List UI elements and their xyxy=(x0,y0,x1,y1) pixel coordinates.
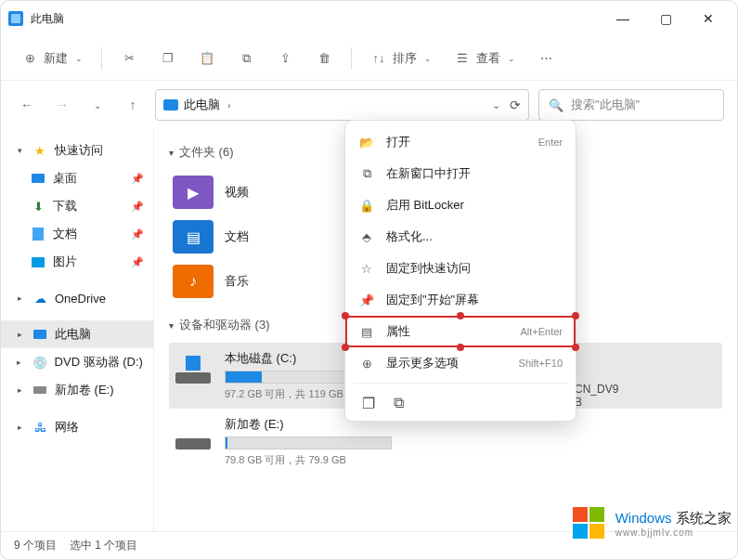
ctx-copy-button[interactable]: ❐ xyxy=(358,393,379,413)
ellipsis-icon: ⋯ xyxy=(537,50,554,67)
star-icon: ★ xyxy=(32,143,47,158)
sidebar-item-documents[interactable]: 文档 📌 xyxy=(1,220,153,248)
refresh-button[interactable]: ⟳ xyxy=(510,98,521,112)
sidebar-item-downloads[interactable]: ⬇ 下载 📌 xyxy=(1,192,153,220)
drive-icon xyxy=(173,416,214,449)
ctx-pin-start[interactable]: 📌 固定到"开始"屏幕 xyxy=(345,284,576,316)
toolbar: ⊕ 新建 ⌄ ✂ ❐ 📋 ⧉ ⇪ 🗑 ↑↓ 排序 ⌄ ☰ 查看 ⌄ ⋯ xyxy=(1,36,737,81)
sidebar-item-label: 文档 xyxy=(53,226,77,242)
search-icon: 🔍 xyxy=(549,98,563,112)
rename-button[interactable]: ⧉ xyxy=(228,45,264,72)
desktop-icon xyxy=(32,174,45,183)
picture-icon xyxy=(32,257,45,267)
search-placeholder: 搜索"此电脑" xyxy=(571,97,640,113)
new-window-icon: ⧉ xyxy=(358,165,375,182)
chevron-right-icon: ▸ xyxy=(14,293,25,303)
folder-label: 文档 xyxy=(225,228,249,245)
sidebar-item-label: 下载 xyxy=(53,198,77,215)
up-button[interactable]: ↑ xyxy=(120,92,146,118)
drive-item-dvd-partial: CN_DV9 B xyxy=(575,383,618,409)
document-icon xyxy=(32,228,44,241)
pin-icon: 📌 xyxy=(131,201,144,213)
forward-button[interactable]: → xyxy=(49,92,75,118)
cut-icon: ✂ xyxy=(121,50,137,67)
more-options-icon: ⊕ xyxy=(358,355,375,371)
ctx-bitlocker[interactable]: 🔒 启用 BitLocker xyxy=(345,189,576,221)
paste-button[interactable]: 📋 xyxy=(189,45,225,72)
sidebar-item-network[interactable]: ▸ 🖧 网络 xyxy=(1,413,153,441)
usage-bar xyxy=(225,436,392,449)
folder-label: 视频 xyxy=(225,184,249,201)
status-selected-count: 选中 1 个项目 xyxy=(70,538,137,553)
ctx-open-new-window[interactable]: ⧉ 在新窗口中打开 xyxy=(345,158,576,189)
copy-button[interactable]: ❐ xyxy=(150,45,186,72)
section-label: 文件夹 (6) xyxy=(179,144,234,161)
separator xyxy=(101,47,102,70)
separator xyxy=(351,47,352,70)
view-label: 查看 xyxy=(476,50,500,67)
cut-button[interactable]: ✂ xyxy=(111,45,147,72)
ctx-open[interactable]: 📂 打开 Enter xyxy=(345,126,576,158)
thispc-icon xyxy=(163,99,178,111)
sidebar-item-dvd[interactable]: ▸ 💿 DVD 驱动器 (D:) CO xyxy=(1,348,153,376)
plus-circle-icon: ⊕ xyxy=(21,50,38,67)
maximize-button[interactable]: ▢ xyxy=(644,1,687,36)
titlebar: 此电脑 — ▢ ✕ xyxy=(1,1,737,36)
sidebar-item-label: 桌面 xyxy=(53,170,77,187)
lock-icon: 🔒 xyxy=(358,197,375,214)
share-button[interactable]: ⇪ xyxy=(267,45,303,72)
ctx-rename-button[interactable]: ⧉ xyxy=(388,393,408,413)
address-dropdown-icon[interactable]: ⌄ xyxy=(492,99,500,111)
ctx-pin-quick[interactable]: ☆ 固定到快速访问 xyxy=(345,253,576,284)
delete-button[interactable]: 🗑 xyxy=(306,45,342,72)
recent-locations-button[interactable]: ⌄ xyxy=(84,92,110,118)
windows-logo-icon xyxy=(571,505,608,542)
new-button[interactable]: ⊕ 新建 ⌄ xyxy=(12,45,92,72)
sort-button[interactable]: ↑↓ 排序 ⌄ xyxy=(361,45,441,72)
view-icon: ☰ xyxy=(454,50,471,67)
thispc-icon xyxy=(8,11,23,26)
document-folder-icon: ▤ xyxy=(173,220,214,254)
folder-label: 音乐 xyxy=(225,273,249,290)
format-icon: ⬘ xyxy=(358,228,375,245)
rename-icon: ⧉ xyxy=(238,50,254,67)
ctx-format[interactable]: ⬘ 格式化... xyxy=(345,221,576,253)
pin-icon: 📌 xyxy=(131,228,144,241)
sidebar-item-thispc[interactable]: ▸ 此电脑 xyxy=(1,320,153,348)
new-label: 新建 xyxy=(44,50,68,67)
sidebar: ▾ ★ 快速访问 桌面 📌 ⬇ 下载 📌 文档 📌 图片 xyxy=(1,129,154,531)
close-button[interactable]: ✕ xyxy=(687,1,730,36)
sidebar-item-quick-access[interactable]: ▾ ★ 快速访问 xyxy=(1,137,153,164)
star-outline-icon: ☆ xyxy=(358,260,375,277)
window-title: 此电脑 xyxy=(31,11,602,27)
sidebar-item-onedrive[interactable]: ▸ ☁ OneDrive xyxy=(1,285,153,311)
sidebar-item-newvol[interactable]: ▸ 新加卷 (E:) xyxy=(1,376,153,404)
sidebar-item-desktop[interactable]: 桌面 📌 xyxy=(1,164,153,192)
disc-icon: 💿 xyxy=(32,355,47,370)
sort-label: 排序 xyxy=(393,50,417,67)
more-button[interactable]: ⋯ xyxy=(528,45,563,72)
address-bar[interactable]: 此电脑 › ⌄ ⟳ xyxy=(155,89,529,121)
trash-icon: 🗑 xyxy=(316,50,332,67)
share-icon: ⇪ xyxy=(277,50,293,67)
watermark: Windows 系统之家 www.bjjmlv.com xyxy=(571,505,732,542)
ctx-show-more[interactable]: ⊕ 显示更多选项 Shift+F10 xyxy=(345,347,576,379)
chevron-right-icon: ▸ xyxy=(14,385,25,395)
search-input[interactable]: 🔍 搜索"此电脑" xyxy=(538,89,724,121)
paste-icon: 📋 xyxy=(199,50,215,67)
separator xyxy=(353,383,568,384)
address-path: 此电脑 xyxy=(184,97,220,113)
chevron-down-icon: ⌄ xyxy=(424,54,432,63)
os-drive-icon xyxy=(173,350,214,384)
sidebar-item-label: 网络 xyxy=(55,419,79,436)
chevron-right-icon: ▸ xyxy=(14,358,25,367)
download-icon: ⬇ xyxy=(31,199,45,214)
minimize-button[interactable]: — xyxy=(602,1,644,36)
sidebar-item-pictures[interactable]: 图片 📌 xyxy=(1,248,153,276)
view-button[interactable]: ☰ 查看 ⌄ xyxy=(445,45,524,72)
ctx-properties[interactable]: ▤ 属性 Alt+Enter xyxy=(345,316,576,347)
back-button[interactable]: ← xyxy=(14,92,40,118)
chevron-right-icon: ▸ xyxy=(14,330,25,339)
sort-icon: ↑↓ xyxy=(370,50,387,67)
thispc-icon xyxy=(33,330,46,339)
